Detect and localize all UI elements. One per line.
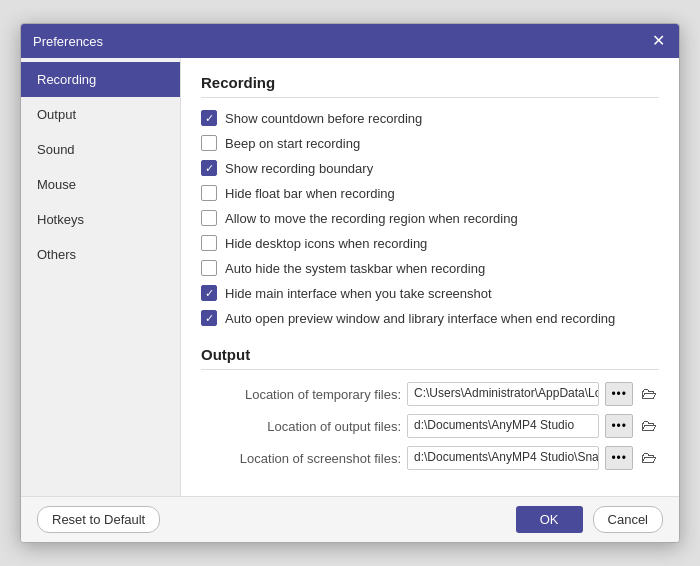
- checkbox-label-allow-move: Allow to move the recording region when …: [225, 211, 518, 226]
- checkbox-hide-float-bar[interactable]: [201, 185, 217, 201]
- checkbox-allow-move[interactable]: [201, 210, 217, 226]
- sidebar-item-recording[interactable]: Recording: [21, 62, 180, 97]
- output-row-temp-files: Location of temporary files: C:\Users\Ad…: [201, 382, 659, 406]
- main-content: Recording Show countdown before recordin…: [181, 58, 679, 496]
- screenshot-files-folder-button[interactable]: 🗁: [639, 446, 659, 470]
- checkbox-beep-on-start[interactable]: [201, 135, 217, 151]
- footer-right-buttons: OK Cancel: [516, 506, 663, 533]
- checkbox-label-show-countdown: Show countdown before recording: [225, 111, 422, 126]
- checkbox-row-auto-open-preview: Auto open preview window and library int…: [201, 310, 659, 326]
- sidebar-item-others[interactable]: Others: [21, 237, 180, 272]
- checkbox-row-show-boundary: Show recording boundary: [201, 160, 659, 176]
- preferences-dialog: Preferences ✕ Recording Output Sound Mou…: [20, 23, 680, 543]
- checkbox-show-boundary[interactable]: [201, 160, 217, 176]
- ok-button[interactable]: OK: [516, 506, 583, 533]
- cancel-button[interactable]: Cancel: [593, 506, 663, 533]
- checkbox-label-auto-hide-taskbar: Auto hide the system taskbar when record…: [225, 261, 485, 276]
- output-section: Output Location of temporary files: C:\U…: [201, 346, 659, 470]
- title-bar: Preferences ✕: [21, 24, 679, 58]
- temp-files-folder-button[interactable]: 🗁: [639, 382, 659, 406]
- checkbox-row-allow-move: Allow to move the recording region when …: [201, 210, 659, 226]
- screenshot-files-dots-button[interactable]: •••: [605, 446, 633, 470]
- output-files-folder-button[interactable]: 🗁: [639, 414, 659, 438]
- checkbox-row-hide-float-bar: Hide float bar when recording: [201, 185, 659, 201]
- checkbox-show-countdown[interactable]: [201, 110, 217, 126]
- dialog-body: Recording Output Sound Mouse Hotkeys Oth…: [21, 58, 679, 496]
- checkbox-row-auto-hide-taskbar: Auto hide the system taskbar when record…: [201, 260, 659, 276]
- footer: Reset to Default OK Cancel: [21, 496, 679, 542]
- temp-files-label: Location of temporary files:: [201, 387, 401, 402]
- output-row-screenshot-files: Location of screenshot files: d:\Documen…: [201, 446, 659, 470]
- output-row-output-files: Location of output files: d:\Documents\A…: [201, 414, 659, 438]
- checkbox-row-beep-on-start: Beep on start recording: [201, 135, 659, 151]
- checkbox-label-auto-open-preview: Auto open preview window and library int…: [225, 311, 615, 326]
- checkbox-hide-main-interface[interactable]: [201, 285, 217, 301]
- checkbox-row-hide-desktop-icons: Hide desktop icons when recording: [201, 235, 659, 251]
- output-section-title: Output: [201, 346, 659, 370]
- sidebar-item-output[interactable]: Output: [21, 97, 180, 132]
- sidebar-item-hotkeys[interactable]: Hotkeys: [21, 202, 180, 237]
- checkbox-label-beep-on-start: Beep on start recording: [225, 136, 360, 151]
- sidebar: Recording Output Sound Mouse Hotkeys Oth…: [21, 58, 181, 496]
- screenshot-files-input[interactable]: d:\Documents\AnyMP4 Studio\Snap: [407, 446, 599, 470]
- sidebar-item-sound[interactable]: Sound: [21, 132, 180, 167]
- reset-to-default-button[interactable]: Reset to Default: [37, 506, 160, 533]
- checkbox-auto-hide-taskbar[interactable]: [201, 260, 217, 276]
- dialog-title: Preferences: [33, 34, 103, 49]
- temp-files-input[interactable]: C:\Users\Administrator\AppData\Lo: [407, 382, 599, 406]
- checkbox-row-show-countdown: Show countdown before recording: [201, 110, 659, 126]
- screenshot-files-label: Location of screenshot files:: [201, 451, 401, 466]
- checkbox-auto-open-preview[interactable]: [201, 310, 217, 326]
- close-button[interactable]: ✕: [650, 33, 667, 49]
- checkbox-label-hide-main-interface: Hide main interface when you take screen…: [225, 286, 492, 301]
- output-files-dots-button[interactable]: •••: [605, 414, 633, 438]
- output-files-input[interactable]: d:\Documents\AnyMP4 Studio: [407, 414, 599, 438]
- sidebar-item-mouse[interactable]: Mouse: [21, 167, 180, 202]
- checkbox-label-hide-desktop-icons: Hide desktop icons when recording: [225, 236, 427, 251]
- recording-section-title: Recording: [201, 74, 659, 98]
- checkbox-hide-desktop-icons[interactable]: [201, 235, 217, 251]
- output-files-label: Location of output files:: [201, 419, 401, 434]
- checkbox-row-hide-main-interface: Hide main interface when you take screen…: [201, 285, 659, 301]
- temp-files-dots-button[interactable]: •••: [605, 382, 633, 406]
- checkbox-label-show-boundary: Show recording boundary: [225, 161, 373, 176]
- checkbox-label-hide-float-bar: Hide float bar when recording: [225, 186, 395, 201]
